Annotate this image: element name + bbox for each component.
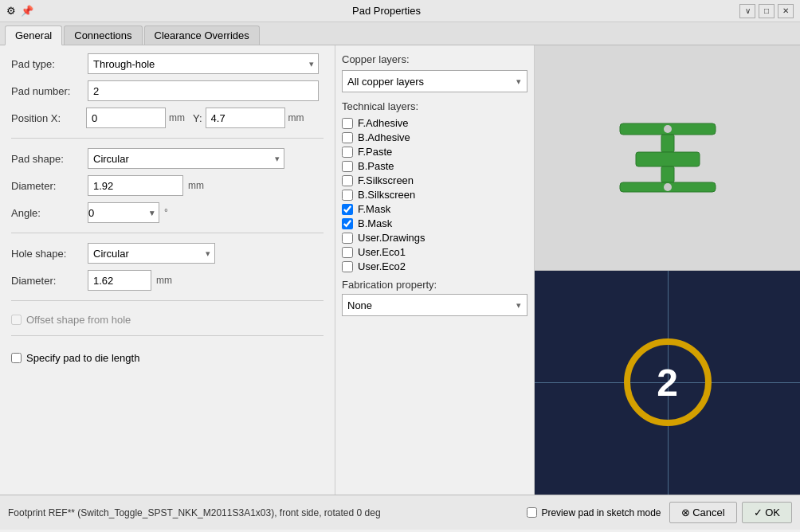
specify-label: Specify pad to die length [26,352,139,364]
separator-2 [11,233,324,233]
left-panel: Pad type: Through-hole SMD Connector NPT… [0,45,335,495]
window-title: Pad Properties [33,5,739,17]
hole-shape-row: Hole shape: Circular Oval [11,243,324,264]
svg-rect-2 [636,152,700,166]
position-x-label: Position X: [11,112,83,124]
layer-checkbox-b-silkscreen[interactable] [342,190,353,201]
layer-checkboxes-container: F.AdhesiveB.AdhesiveF.PasteB.PasteF.Silk… [342,117,527,272]
layer-label-user-drawings: User.Drawings [358,232,425,244]
layer-label-b-silkscreen: B.Silkscreen [358,189,415,201]
layer-label-f-silkscreen: F.Silkscreen [358,174,414,186]
layer-item-b-adhesive: B.Adhesive [342,131,527,143]
diameter-unit: mm [188,180,204,191]
pad-type-select[interactable]: Through-hole SMD Connector NPTH, Mechani… [88,53,319,74]
action-buttons: ⊗ Cancel ✓ OK [669,502,792,523]
pad-type-select-wrapper: Through-hole SMD Connector NPTH, Mechani… [88,53,319,74]
close-button[interactable]: ✕ [778,4,794,18]
tab-general[interactable]: General [5,25,62,45]
hole-diameter-input[interactable] [88,270,151,291]
cancel-button[interactable]: ⊗ Cancel [669,502,737,523]
pad-preview-circle: 2 [624,338,712,426]
minimize-button[interactable]: ∨ [739,4,755,18]
preview-checkbox-row: Preview pad in sketch mode [527,507,661,518]
layer-item-f-silkscreen: F.Silkscreen [342,174,527,186]
preview-top [535,45,800,271]
pad-number-label: Pad number: [11,85,83,97]
separator-4 [11,335,324,336]
hole-shape-select[interactable]: Circular Oval [88,243,215,264]
layer-item-b-paste: B.Paste [342,160,527,172]
layer-checkbox-f-mask[interactable] [342,204,353,215]
pad-type-label: Pad type: [11,58,83,70]
svg-rect-1 [661,135,674,152]
pad-preview-number: 2 [657,361,678,405]
tab-connections[interactable]: Connections [64,25,142,45]
offset-checkbox[interactable] [11,315,22,325]
specify-checkbox[interactable] [11,353,22,363]
offset-label: Offset shape from hole [26,314,131,326]
angle-select-wrap: 0 90 180 270 ▾ [88,202,159,223]
layer-label-b-mask: B.Mask [358,217,392,229]
layer-checkbox-user-eco1[interactable] [342,247,353,258]
fabrication-select[interactable]: None BGA pad Fiducial, local Fiducial, g… [342,294,527,316]
title-bar: ⚙ 📌 Pad Properties ∨ □ ✕ [0,0,800,22]
status-text: Footprint REF** (Switch_Toggle_SPST_NKK_… [8,507,519,518]
layer-item-b-silkscreen: B.Silkscreen [342,189,527,201]
layer-checkbox-user-eco2[interactable] [342,261,353,272]
main-content: Pad type: Through-hole SMD Connector NPT… [0,45,800,495]
hole-diameter-label: Diameter: [11,275,83,287]
position-y-input[interactable] [206,108,285,128]
pad-number-row: Pad number: [11,80,324,101]
angle-label: Angle: [11,207,83,219]
tab-clearance-overrides[interactable]: Clearance Overrides [144,25,260,45]
layer-label-b-adhesive: B.Adhesive [358,131,410,143]
diameter-input[interactable] [88,175,183,196]
layer-item-user-eco1: User.Eco1 [342,246,527,258]
position-y-label: Y: [193,112,202,124]
layer-item-user-eco2: User.Eco2 [342,260,527,272]
angle-select[interactable]: 0 90 180 270 [88,202,159,223]
layer-label-user-eco2: User.Eco2 [358,260,406,272]
layer-checkbox-user-drawings[interactable] [342,233,353,244]
technical-layers-label: Technical layers: [342,100,527,112]
layer-checkbox-b-adhesive[interactable] [342,132,353,143]
diameter-label: Diameter: [11,180,83,192]
pad-shape-label: Pad shape: [11,153,83,165]
layer-checkbox-b-mask[interactable] [342,218,353,229]
title-bar-controls[interactable]: ∨ □ ✕ [739,4,794,18]
pad-number-input[interactable] [88,80,319,101]
offset-row: Offset shape from hole [11,314,324,326]
layer-checkbox-f-silkscreen[interactable] [342,175,353,186]
angle-row: Angle: 0 90 180 270 ▾ ° [11,202,324,223]
layer-checkbox-b-paste[interactable] [342,161,353,172]
maximize-button[interactable]: □ [759,4,775,18]
specify-row: Specify pad to die length [11,352,324,364]
layer-item-b-mask: B.Mask [342,217,527,229]
pad-type-row: Pad type: Through-hole SMD Connector NPT… [11,53,324,74]
pad-shape-select[interactable]: Circular Oval Rectangular [88,148,284,169]
hole-diameter-unit: mm [156,275,172,286]
right-panel: 2 [534,45,800,495]
svg-point-5 [664,125,672,133]
copper-layer-select[interactable]: All copper layers F.Cu B.Cu [342,70,527,92]
pad-shape-row: Pad shape: Circular Oval Rectangular [11,148,324,169]
layer-item-f-mask: F.Mask [342,203,527,215]
layer-item-user-drawings: User.Drawings [342,232,527,244]
separator-3 [11,300,324,301]
ok-button[interactable]: ✓ OK [742,502,792,523]
fabrication-label: Fabrication property: [342,279,527,291]
layer-checkbox-f-adhesive[interactable] [342,118,353,129]
hole-diameter-row: Diameter: mm [11,270,324,291]
copper-layers-label: Copper layers: [342,53,527,65]
tabs-container: General Connections Clearance Overrides [0,22,800,45]
position-row: Position X: mm Y: mm [11,108,324,128]
layer-label-user-eco1: User.Eco1 [358,246,406,258]
position-x-input[interactable] [86,108,166,128]
layer-item-f-adhesive: F.Adhesive [342,117,527,129]
preview-sketch-checkbox[interactable] [527,507,537,518]
position-x-unit: mm [169,112,185,123]
layer-checkbox-f-paste[interactable] [342,147,353,158]
layer-label-f-mask: F.Mask [358,203,390,215]
pad-shape-select-wrapper: Circular Oval Rectangular [88,148,284,169]
hole-shape-label: Hole shape: [11,248,83,260]
